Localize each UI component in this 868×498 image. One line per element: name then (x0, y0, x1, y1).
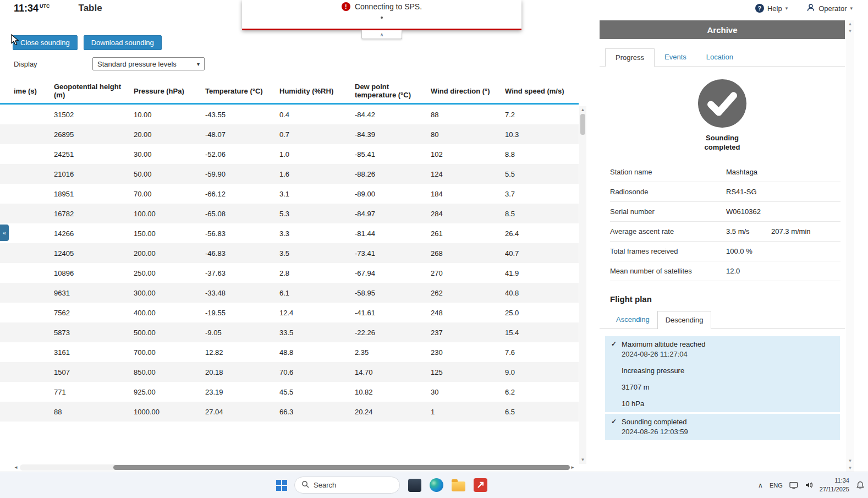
cell-wind-speed: 7.2 (505, 111, 571, 119)
chevron-down-icon: ▾ (785, 6, 788, 11)
collapse-left-panel-button[interactable]: « (0, 225, 9, 241)
cell-wind-speed: 25.0 (505, 309, 571, 317)
column-header: Dew point temperature (°C) (355, 83, 431, 100)
cell-humidity: 0.4 (279, 111, 355, 119)
sounding-app-icon[interactable] (473, 477, 488, 494)
display-label: Display (14, 60, 92, 68)
cell-dew-point: -73.41 (355, 249, 431, 258)
detail-row: Total frames received 100.0 % (610, 242, 840, 261)
notification-collapse-button[interactable]: ∧ (361, 30, 402, 39)
cell-humidity: 5.3 (279, 210, 355, 218)
detail-extra-value: 207.3 m/min (771, 227, 811, 236)
search-placeholder: Search (314, 481, 336, 489)
tab-location[interactable]: Location (696, 48, 743, 66)
cell-wind-speed: 10.3 (505, 130, 571, 139)
cell-geopotential-height: 31502 (54, 111, 134, 119)
scroll-left-icon[interactable]: ◄ (12, 465, 20, 470)
table-row: 31502 10.00 -43.55 0.4 -84.42 88 7.2 (0, 105, 579, 124)
scroll-down-icon[interactable]: ▼ (848, 464, 853, 472)
cell-temperature: 23.19 (205, 388, 279, 396)
table-row: 3161 700.00 12.82 48.8 2.35 230 7.6 (0, 342, 579, 362)
detail-value: 3.5 m/s (726, 227, 771, 236)
column-header: Temperature (°C) (205, 87, 279, 96)
event-time: 2024-08-26 12:03:59 (622, 428, 836, 436)
display-select[interactable]: Standard pressure levels ▾ (92, 57, 205, 70)
cell-pressure: 300.00 (134, 289, 205, 297)
tab-ascending[interactable]: Ascending (608, 311, 657, 329)
download-sounding-button[interactable]: Download sounding (84, 35, 162, 50)
cell-geopotential-height: 771 (54, 388, 134, 396)
cell-geopotential-height: 24251 (54, 150, 134, 158)
cell-humidity: 3.1 (279, 190, 355, 198)
cell-pressure: 30.00 (134, 150, 205, 158)
display-network-icon[interactable] (789, 481, 798, 489)
flight-plan-title: Flight plan (610, 294, 845, 304)
cell-wind-direction: 1 (431, 408, 505, 416)
cell-wind-speed: 8.5 (505, 210, 571, 218)
event-title: Maximum altitude reached (622, 340, 836, 348)
cell-dew-point: -85.41 (355, 150, 431, 158)
notifications-bell-icon[interactable] (856, 481, 865, 490)
cell-wind-speed: 5.5 (505, 170, 571, 178)
scroll-down-icon[interactable]: ▼ (848, 28, 853, 35)
scroll-up-icon[interactable]: ▲ (581, 106, 585, 114)
operator-menu[interactable]: Operator ▾ (806, 3, 853, 14)
page-vertical-scrollbar[interactable]: ▲ ▼ ▼ ▼ (846, 20, 854, 472)
cell-pressure: 70.00 (134, 190, 205, 198)
tray-time: 11:34 (834, 477, 849, 484)
file-explorer-icon[interactable] (451, 477, 466, 494)
taskbar-search-input[interactable]: Search (294, 477, 400, 494)
detail-row: Serial number W0610362 (610, 202, 840, 222)
scroll-up-icon[interactable]: ▲ (848, 20, 853, 28)
scroll-down-icon[interactable]: ▼ (848, 457, 853, 464)
help-menu[interactable]: ? Help ▾ (755, 4, 788, 13)
cell-geopotential-height: 1507 (54, 368, 134, 376)
cell-pressure: 10.00 (134, 111, 205, 119)
cell-dew-point: 20.24 (355, 408, 431, 416)
cell-pressure: 700.00 (134, 348, 205, 357)
tab-events[interactable]: Events (655, 48, 696, 66)
table-vertical-scrollbar[interactable]: ▲ ▼ (579, 106, 586, 464)
cell-temperature: 12.82 (205, 348, 279, 357)
table-row: 7562 400.00 -19.55 12.4 -41.61 248 25.0 (0, 303, 579, 322)
tray-clock[interactable]: 11:3427/11/2025 (820, 477, 849, 494)
tab-descending[interactable]: Descending (657, 311, 712, 329)
cell-wind-direction: 268 (431, 249, 505, 258)
tab-progress[interactable]: Progress (605, 48, 655, 67)
scroll-right-icon[interactable]: ► (569, 465, 576, 470)
user-icon (806, 3, 815, 14)
volume-icon[interactable] (805, 481, 813, 489)
table-header-row: ime (s)Geopotential height (m)Pressure (… (0, 80, 579, 105)
cell-humidity: 1.0 (279, 150, 355, 158)
error-icon: ! (342, 2, 350, 11)
scrollbar-thumb[interactable] (113, 465, 570, 470)
chevron-up-icon: ∧ (380, 32, 384, 37)
cell-humidity: 3.5 (279, 249, 355, 258)
cell-humidity: 0.7 (279, 130, 355, 139)
cell-humidity: 45.5 (279, 388, 355, 396)
notification-indicator-dot (381, 17, 383, 19)
language-indicator[interactable]: ENG (770, 482, 783, 489)
table-horizontal-scrollbar[interactable]: ◄ ► (12, 464, 576, 471)
operator-label: Operator (818, 4, 847, 13)
hidden-icons-chevron[interactable]: ∧ (758, 481, 763, 489)
cell-pressure: 20.00 (134, 130, 205, 139)
sounding-toolbar: Close sounding Download sounding (13, 35, 162, 50)
sounding-status-text: Sounding completed (697, 134, 748, 152)
cell-dew-point: -88.26 (355, 170, 431, 178)
start-button[interactable] (276, 480, 287, 491)
scroll-down-icon[interactable]: ▼ (581, 456, 585, 464)
scrollbar-thumb[interactable] (580, 114, 585, 135)
taskbar: Search ∧ ENG 11:3427/11/2025 (0, 472, 868, 498)
table-row: 14266 150.00 -56.83 3.3 -81.44 261 26.4 (0, 223, 579, 243)
table-body: 31502 10.00 -43.55 0.4 -84.42 88 7.2 268… (0, 105, 579, 422)
cell-geopotential-height: 10896 (54, 269, 134, 277)
notification-message: Connecting to SPS. (355, 2, 422, 11)
table-row: 88 1000.00 27.04 66.3 20.24 1 6.5 (0, 402, 579, 422)
edge-browser-icon[interactable] (429, 477, 444, 494)
cell-wind-direction: 230 (431, 348, 505, 357)
cell-wind-direction: 261 (431, 229, 505, 238)
close-sounding-button[interactable]: Close sounding (13, 35, 78, 50)
app-icon-dark[interactable] (407, 477, 422, 494)
flight-plan-event: ✓ Sounding completed 2024-08-26 12:03:59 (605, 414, 840, 440)
